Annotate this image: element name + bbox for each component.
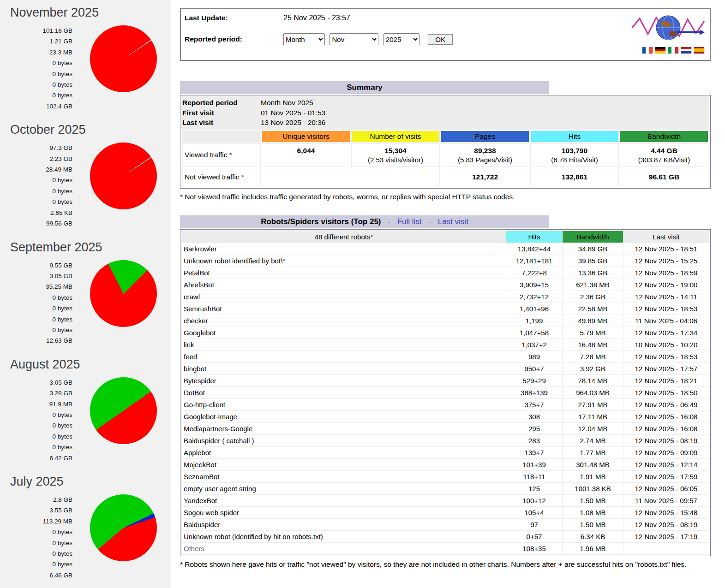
- robots-box: 48 different robots* Hits Bandwidth Last…: [180, 229, 711, 556]
- month-title: October 2025: [10, 123, 171, 137]
- summary-column-number-of-visits: Number of visits: [351, 131, 440, 143]
- full-list-link[interactable]: Full list: [397, 217, 422, 226]
- robot-hits: 1,199: [506, 315, 563, 327]
- robots-hits-header: Hits: [506, 231, 563, 243]
- month-stat-value: 0 bytes: [10, 410, 72, 420]
- robot-bandwidth: 34.89 GB: [563, 243, 623, 255]
- robots-footnote: * Robots shown here gave hits or traffic…: [180, 560, 711, 569]
- robot-row: Googlebot-Image 308 17.11 MB 12 Nov 2025…: [182, 410, 709, 422]
- month-stat-value: 0 bytes: [10, 527, 72, 537]
- robot-name: SemrushBot: [182, 303, 506, 315]
- month-pie-chart: [90, 377, 157, 444]
- robot-bandwidth: 2.36 GB: [563, 291, 623, 303]
- robots-table-body: Barkrowler 13,842+44 34.89 GB 12 Nov 202…: [182, 243, 709, 554]
- month-stat-value: 0 bytes: [10, 442, 72, 452]
- flag-dutch-icon[interactable]: [681, 47, 691, 53]
- month-pie-chart: [90, 260, 157, 327]
- not-viewed-pages: 121,722: [441, 168, 529, 186]
- ok-button[interactable]: OK: [428, 34, 453, 45]
- robot-row: Unknown robot (identified by hit on robo…: [182, 530, 709, 542]
- month-summary-block: November 2025 101.16 GB1.21 GB23.3 MB0 b…: [0, 6, 171, 112]
- robot-hits: 125: [506, 482, 563, 494]
- robot-bandwidth: 78.14 MB: [563, 374, 623, 386]
- robot-bandwidth: 1001.38 KB: [563, 482, 623, 494]
- robot-last-visit: 12 Nov 2025 - 16:08: [623, 422, 709, 434]
- month-title: November 2025: [10, 6, 171, 20]
- robot-hits: 108+35: [506, 542, 563, 554]
- robot-bandwidth: 621.38 MB: [563, 279, 623, 291]
- robot-last-visit: 12 Nov 2025 - 18:51: [623, 243, 709, 255]
- month-stat-value: 9.55 GB: [10, 260, 72, 271]
- month-stat-value: 0 bytes: [10, 548, 72, 559]
- robots-last-visit-header: Last visit: [623, 231, 709, 243]
- robot-row: Go-http-client 375+7 27.91 MB 12 Nov 202…: [182, 398, 709, 410]
- month-stat-value: 0 bytes: [10, 90, 72, 101]
- summary-reported-period-label: Reported period: [182, 98, 261, 108]
- robot-row: Bytespider 529+29 78.14 MB 12 Nov 2025 -…: [182, 374, 709, 386]
- report-header-right: [627, 14, 705, 57]
- month-summary-block: August 2025 3.05 GB3.28 GB91.9 MB0 bytes…: [0, 357, 171, 463]
- flag-french-icon[interactable]: [642, 47, 653, 53]
- flag-german-icon[interactable]: [655, 47, 665, 53]
- robot-name: feed: [182, 350, 506, 362]
- robot-row: YandexBot 100+12 1.50 MB 11 Nov 2025 - 0…: [182, 494, 709, 506]
- viewed-bandwidth: 4.44 GB: [651, 147, 677, 154]
- summary-box: Reported period Month Nov 2025 First vis…: [180, 95, 711, 189]
- robot-hits: 105+4: [506, 506, 563, 518]
- robot-hits: 950+7: [506, 362, 563, 374]
- month-stats: 2.8 GB3.55 GB113.29 MB0 bytes0 bytes0 by…: [10, 494, 72, 581]
- month-stat-value: 0 bytes: [10, 186, 72, 196]
- reported-period-controls: Month Nov 2025 OK: [283, 33, 453, 45]
- robot-last-visit: 12 Nov 2025 - 06:05: [623, 482, 709, 494]
- last-visit-link[interactable]: Last visit: [438, 217, 468, 226]
- robot-bandwidth: 1.50 MB: [563, 518, 623, 530]
- period-type-select[interactable]: Month: [283, 33, 325, 45]
- month-stat-value: 0 bytes: [10, 431, 72, 442]
- robot-last-visit: 12 Nov 2025 - 08:19: [623, 518, 709, 530]
- month-stats: 3.05 GB3.28 GB91.9 MB0 bytes0 bytes0 byt…: [10, 377, 72, 463]
- month-stat-value: 6.42 GB: [10, 453, 72, 463]
- robot-last-visit: 11 Nov 2025 - 09:57: [623, 494, 709, 506]
- robot-bandwidth: 12.04 MB: [563, 422, 623, 434]
- month-stat-value: 12.63 GB: [10, 335, 72, 346]
- month-stats: 9.55 GB3.05 GB35.25 MB0 bytes0 bytes0 by…: [10, 260, 72, 346]
- month-stat-value: 0 bytes: [10, 58, 72, 68]
- summary-table: Unique visitors Number of visits Pages H…: [181, 130, 709, 187]
- robot-bandwidth: 1.77 MB: [563, 446, 623, 458]
- robot-bandwidth: 6.34 KB: [563, 530, 623, 542]
- summary-footnote: * Not viewed traffic includes traffic ge…: [180, 192, 711, 202]
- robot-name: PetalBot: [182, 267, 506, 279]
- robot-bandwidth: 49.89 MB: [563, 315, 623, 327]
- robot-hits: 2,732+12: [506, 291, 563, 303]
- robot-last-visit: 12 Nov 2025 - 18:50: [623, 386, 709, 398]
- month-stat-value: 0 bytes: [10, 420, 72, 431]
- robot-name: bingbot: [182, 362, 506, 374]
- robot-row: Unknown robot identified by bot\* 12,181…: [182, 255, 709, 267]
- flag-italian-icon[interactable]: [668, 47, 678, 53]
- robot-name: Googlebot-Image: [182, 410, 506, 422]
- period-year-select[interactable]: 2025: [383, 33, 419, 45]
- not-viewed-traffic-label: Not viewed traffic *: [182, 168, 261, 186]
- report-header: Last Update: 25 Nov 2025 - 23:57 Reporte…: [180, 8, 711, 61]
- robot-hits: 118+11: [506, 470, 563, 482]
- not-viewed-traffic-row: Not viewed traffic * 121,722 132,861 96.…: [182, 168, 708, 186]
- robot-bandwidth: 3.92 GB: [563, 362, 623, 374]
- robot-name: AhrefsBot: [182, 279, 506, 291]
- robot-last-visit: 12 Nov 2025 - 17:34: [623, 327, 709, 339]
- robot-name: crawl: [182, 291, 506, 303]
- month-stat-value: 97.3 GB: [10, 143, 72, 153]
- month-summary-block: September 2025 9.55 GB3.05 GB35.25 MB0 b…: [0, 240, 171, 346]
- robot-hits: 388+139: [506, 386, 563, 398]
- month-stat-value: 2.23 GB: [10, 154, 72, 164]
- month-stat-value: 0 bytes: [10, 538, 72, 548]
- robot-last-visit: 12 Nov 2025 - 06:49: [623, 398, 709, 410]
- robots-count-header: 48 different robots*: [182, 231, 506, 243]
- period-month-select[interactable]: Nov: [330, 33, 378, 45]
- robot-bandwidth: 1.08 MB: [563, 506, 623, 518]
- viewed-traffic-label: Viewed traffic *: [182, 143, 261, 167]
- month-stat-value: 3.28 GB: [10, 388, 72, 398]
- month-title: August 2025: [10, 357, 171, 372]
- robot-name: Baiduspider: [182, 518, 506, 530]
- month-stat-value: 0 bytes: [10, 79, 72, 90]
- flag-spanish-icon[interactable]: [694, 47, 704, 53]
